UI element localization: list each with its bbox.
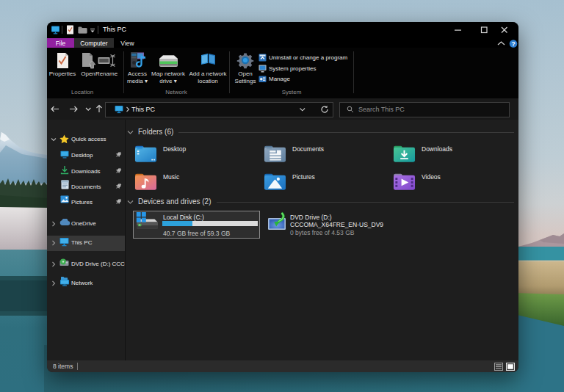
svg-text:?: ? [511, 40, 515, 48]
